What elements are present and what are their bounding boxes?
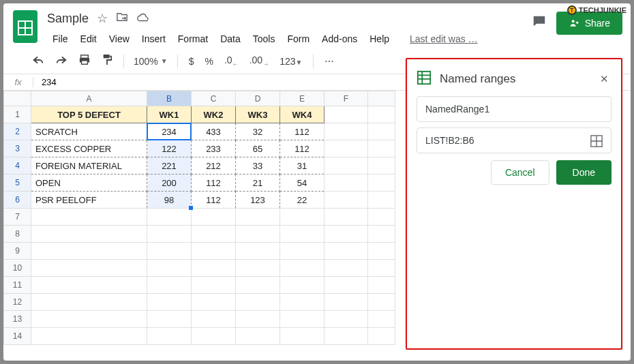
cell[interactable]	[31, 277, 147, 294]
range-name-input[interactable]: NamedRange1	[417, 96, 612, 122]
cell[interactable]	[280, 294, 324, 311]
cell[interactable]	[368, 294, 395, 311]
row-header-10[interactable]: 10	[4, 260, 31, 277]
cell[interactable]	[192, 311, 236, 328]
cell-D5[interactable]: 21	[236, 175, 280, 192]
print-button[interactable]	[74, 52, 95, 70]
cell-B1[interactable]: WK1	[147, 106, 192, 123]
cell[interactable]	[192, 328, 236, 345]
cell[interactable]	[31, 328, 147, 345]
row-header-14[interactable]: 14	[4, 328, 31, 345]
col-header-A[interactable]: A	[31, 91, 147, 106]
menu-form[interactable]: Form	[282, 31, 315, 47]
cell[interactable]	[192, 243, 236, 260]
cell[interactable]	[147, 260, 192, 277]
cell[interactable]	[324, 226, 368, 243]
col-header-E[interactable]: E	[280, 91, 324, 106]
menu-edit[interactable]: Edit	[75, 31, 102, 47]
cell-E1[interactable]: WK4	[280, 106, 324, 123]
cell-A1[interactable]: TOP 5 DEFECT	[31, 106, 147, 123]
share-button[interactable]: Share	[556, 12, 622, 35]
select-range-icon[interactable]	[590, 135, 603, 149]
cell[interactable]	[236, 294, 280, 311]
cell-C3[interactable]: 233	[192, 140, 236, 157]
cell[interactable]	[192, 260, 236, 277]
cell-D3[interactable]: 65	[236, 140, 280, 157]
cell[interactable]	[368, 260, 395, 277]
cell-E5[interactable]: 54	[280, 175, 324, 192]
comments-icon[interactable]	[532, 14, 547, 33]
cell-F1[interactable]	[324, 106, 368, 123]
menu-addons[interactable]: Add-ons	[316, 31, 363, 47]
row-header-7[interactable]: 7	[4, 209, 31, 226]
cell[interactable]	[236, 260, 280, 277]
cell[interactable]	[280, 209, 324, 226]
cell[interactable]	[31, 209, 147, 226]
formula-value[interactable]: 234	[33, 77, 57, 87]
cell-C6[interactable]: 112	[192, 192, 236, 209]
cell[interactable]	[31, 243, 147, 260]
cell[interactable]	[280, 328, 324, 345]
cell-A5[interactable]: OPEN	[31, 175, 147, 192]
cell[interactable]	[236, 209, 280, 226]
done-button[interactable]: Done	[556, 160, 612, 185]
cell-C5[interactable]: 112	[192, 175, 236, 192]
star-icon[interactable]: ☆	[97, 11, 108, 26]
cell[interactable]	[192, 277, 236, 294]
cell[interactable]	[324, 243, 368, 260]
cell-F3[interactable]	[324, 140, 368, 157]
cell[interactable]	[324, 294, 368, 311]
cell[interactable]	[368, 226, 395, 243]
cell-C1[interactable]: WK2	[192, 106, 236, 123]
cloud-status-icon[interactable]	[136, 12, 150, 26]
move-icon[interactable]	[116, 12, 128, 26]
cell-C2[interactable]: 433	[192, 123, 236, 140]
cell[interactable]	[147, 311, 192, 328]
close-icon[interactable]: ✕	[597, 70, 612, 88]
fx-label[interactable]: fx	[3, 77, 33, 87]
undo-button[interactable]	[28, 52, 48, 70]
cell[interactable]	[31, 294, 147, 311]
cell-A6[interactable]: PSR PEELOFF	[31, 192, 147, 209]
cell[interactable]	[236, 226, 280, 243]
percent-button[interactable]: %	[201, 53, 217, 70]
cell[interactable]	[324, 277, 368, 294]
cell[interactable]	[192, 294, 236, 311]
cell-A2[interactable]: SCRATCH	[31, 123, 147, 140]
cell[interactable]	[147, 243, 192, 260]
cell[interactable]	[147, 294, 192, 311]
cell[interactable]	[280, 226, 324, 243]
zoom-dropdown[interactable]: 100%▼	[131, 55, 170, 68]
cell[interactable]	[236, 243, 280, 260]
range-ref-input[interactable]: LIST!B2:B6	[417, 127, 612, 153]
row-header-4[interactable]: 4	[4, 157, 31, 175]
cell-D2[interactable]: 32	[236, 123, 280, 140]
cell-G2[interactable]	[368, 123, 395, 140]
cell[interactable]	[368, 243, 395, 260]
cell-D6[interactable]: 123	[236, 192, 280, 209]
cell-G3[interactable]	[368, 140, 395, 157]
cell-B5[interactable]: 200	[147, 175, 192, 192]
cell-G4[interactable]	[368, 157, 395, 175]
menu-view[interactable]: View	[104, 31, 135, 47]
cell[interactable]	[368, 311, 395, 328]
cell[interactable]	[147, 209, 192, 226]
cell-D4[interactable]: 33	[236, 157, 280, 175]
cell-A3[interactable]: EXCESS COPPER	[31, 140, 147, 157]
cell-E6[interactable]: 22	[280, 192, 324, 209]
row-header-2[interactable]: 2	[4, 123, 31, 140]
cell-G1[interactable]	[368, 106, 395, 123]
cell[interactable]	[324, 311, 368, 328]
cell-E3[interactable]: 112	[280, 140, 324, 157]
number-format-dropdown[interactable]: 123▼	[275, 53, 306, 70]
cell-C4[interactable]: 212	[192, 157, 236, 175]
cell-F6[interactable]	[324, 192, 368, 209]
cell-F4[interactable]	[324, 157, 368, 175]
col-header-D[interactable]: D	[236, 91, 280, 106]
currency-button[interactable]: $	[185, 53, 198, 70]
cell[interactable]	[324, 209, 368, 226]
cell-D1[interactable]: WK3	[236, 106, 280, 123]
cell-G5[interactable]	[368, 175, 395, 192]
cell[interactable]	[147, 328, 192, 345]
cancel-button[interactable]: Cancel	[491, 160, 549, 185]
